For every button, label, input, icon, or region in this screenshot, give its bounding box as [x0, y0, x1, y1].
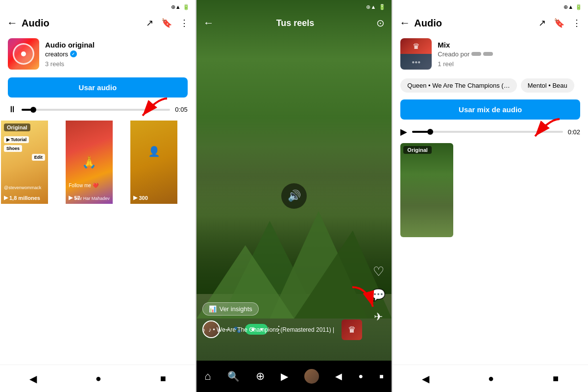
reels-page-title: Tus reels — [214, 18, 377, 28]
creator-text-1: creators — [45, 50, 68, 58]
progress-track-3[interactable] — [412, 131, 563, 133]
reels-back-button[interactable]: ← — [203, 17, 214, 29]
progress-thumb-3[interactable] — [427, 129, 433, 135]
reel-plays-1: ▶ 1,8 millones — [4, 195, 40, 201]
reel-plays-3: ▶ 300 — [133, 195, 147, 201]
back-nav-btn-3[interactable]: ◀ — [422, 373, 429, 385]
reels-grid-1: Original ▶Tutorial Shoes Edit @stevenwom… — [0, 121, 196, 204]
top-nav-3: ← Audio ↗ 🔖 ⋮ — [392, 14, 588, 32]
reels-camera-button[interactable]: ⊙ — [376, 17, 385, 29]
play-icon-small: ▶ — [6, 137, 10, 142]
audio-meta-3: Mix Creado por 1 reel — [438, 41, 493, 68]
reel-icon-2: 🙏 — [82, 155, 97, 169]
orig-reel-label: Original — [403, 146, 432, 154]
home-nav-btn-3[interactable]: ● — [488, 373, 494, 384]
audio-info-3: ♛ ●●● Mix Creado por 1 reel — [392, 32, 588, 75]
bookmark-icon-1[interactable]: 🔖 — [161, 18, 172, 28]
progress-track-1[interactable] — [22, 109, 170, 111]
reel-username-1: @stevenwommack — [4, 185, 41, 190]
bookmark-icon-3[interactable]: 🔖 — [554, 18, 564, 28]
stop-nav-btn-1[interactable]: ■ — [160, 373, 166, 384]
ig-center-1 — [21, 51, 26, 56]
recents-android-2[interactable]: ■ — [379, 372, 383, 380]
bottom-nav-3: ◀ ● ■ — [392, 365, 588, 392]
home-nav-btn-1[interactable]: ● — [96, 373, 101, 384]
audio-reels-count-1: 3 reels — [45, 60, 95, 68]
orig-reel-bg — [400, 143, 453, 237]
insights-label: Ver insights — [220, 305, 252, 313]
insights-button[interactable]: 📊 Ver insights — [202, 302, 259, 316]
top-nav-1: ← Audio ↗ 🔖 ⋮ — [0, 14, 196, 32]
share-button[interactable]: ✈ — [371, 311, 386, 323]
reels-battery-icon: 🔋 — [379, 4, 386, 10]
audio-thumbnail-1 — [8, 38, 39, 70]
back-android-2[interactable]: ◀ — [335, 371, 342, 382]
play-button-3[interactable]: ▶ — [400, 126, 407, 137]
volume-indicator[interactable]: 🔊 — [281, 183, 307, 209]
more-icon-1[interactable]: ⋮ — [180, 18, 189, 28]
song-tag-1[interactable]: Queen • We Are The Champions (… — [400, 78, 516, 93]
reel-item-1[interactable]: Original ▶Tutorial Shoes Edit @stevenwom… — [1, 121, 48, 204]
mix-reels-count: 1 reel — [438, 60, 493, 68]
play-triangle-2: ▶ — [69, 195, 73, 201]
audio-creator-1: creators ✓ — [45, 50, 95, 58]
status-icons-1: ⊕▲ 🔋 — [171, 4, 190, 10]
use-mix-button[interactable]: Usar mix de audio — [400, 99, 580, 120]
song-thumb-icon: ♛ — [348, 324, 356, 335]
song-tag-2[interactable]: Mentol • Beau — [521, 78, 574, 93]
verified-badge-1: ✓ — [70, 50, 77, 57]
add-button-reels[interactable]: ⊕ — [256, 370, 265, 383]
reel-item-2[interactable]: 🙏 Follow me ❤️ ▶ 57 Har Har Mahadev — [66, 121, 113, 204]
plays-count-1: 1,8 millones — [9, 195, 40, 201]
back-button-3[interactable]: ← — [399, 17, 410, 29]
reel-item-3[interactable]: 👤 ▶ 300 — [130, 121, 177, 204]
time-label-1: 0:05 — [175, 106, 187, 113]
stop-nav-btn-3[interactable]: ■ — [553, 373, 559, 384]
back-button-1[interactable]: ← — [7, 17, 18, 29]
progress-thumb-1[interactable] — [30, 107, 36, 113]
audio-info-1: Audio original creators ✓ 3 reels — [0, 32, 196, 75]
reels-top-nav: ← Tus reels ⊙ — [196, 14, 392, 32]
more-icon-3[interactable]: ⋮ — [572, 18, 581, 28]
queen-icon: ♛ — [413, 42, 419, 51]
reel-label-1: Original — [4, 123, 30, 131]
edit-badge: Edit — [32, 154, 45, 161]
ig-logo-1 — [13, 43, 34, 65]
reels-status-bar: ⊕▲ 🔋 — [196, 0, 392, 14]
reel-follow-2: Follow me ❤️ — [69, 183, 98, 188]
music-note-icon: ♪ — [202, 326, 206, 334]
page-title-1: Audio — [22, 18, 138, 29]
play-triangle-3: ▶ — [133, 195, 137, 201]
plays-count-3: 300 — [139, 195, 147, 201]
shoes-badge: Shoes — [4, 145, 22, 152]
use-audio-button-1[interactable]: Usar audio — [8, 77, 188, 98]
like-button[interactable]: ♡ — [371, 264, 386, 279]
mix-overlay-text: ●●● — [412, 59, 420, 65]
mix-creator: Creado por — [438, 50, 493, 58]
pause-button-1[interactable]: ⏸ — [8, 104, 17, 115]
mix-thumbnail: ♛ ●●● — [400, 38, 432, 70]
reel-person-3: 👤 — [148, 146, 160, 157]
battery-icon-1: 🔋 — [183, 4, 190, 10]
home-button-reels[interactable]: ⌂ — [204, 370, 211, 383]
reels-button-reels[interactable]: ▶ — [281, 370, 288, 382]
original-reel-3[interactable]: Original — [400, 143, 453, 237]
share-icon-3[interactable]: ↗ — [539, 18, 546, 28]
search-button-reels[interactable]: 🔍 — [227, 370, 240, 382]
play-triangle-1: ▶ — [4, 195, 8, 201]
panel-2-reels: ⊕▲ 🔋 ← Tus reels ⊙ 🔊 ♡ 💬 ✈ 📊 Ver insight… — [196, 0, 392, 392]
status-icons-3: ⊕▲ 🔋 — [564, 4, 582, 10]
comment-button[interactable]: 💬 — [371, 288, 386, 302]
reel-creator-2: Har Har Mahadev — [75, 196, 110, 201]
mix-thumb-top: ♛ — [400, 38, 432, 54]
back-nav-btn-1[interactable]: ◀ — [29, 373, 37, 385]
profile-button-reels[interactable] — [304, 369, 319, 384]
signal-icon-3: ⊕▲ — [564, 4, 573, 10]
reels-actions: ♡ 💬 ✈ — [371, 264, 386, 323]
song-thumbnail[interactable]: ♛ — [342, 319, 362, 340]
share-icon-1[interactable]: ↗ — [146, 18, 153, 28]
home-android-2[interactable]: ● — [358, 372, 363, 381]
song-tags: Queen • We Are The Champions (… Mentol •… — [392, 75, 588, 96]
reels-signal-icon: ⊕▲ — [366, 4, 376, 10]
creator-avatar-1 — [471, 52, 481, 56]
